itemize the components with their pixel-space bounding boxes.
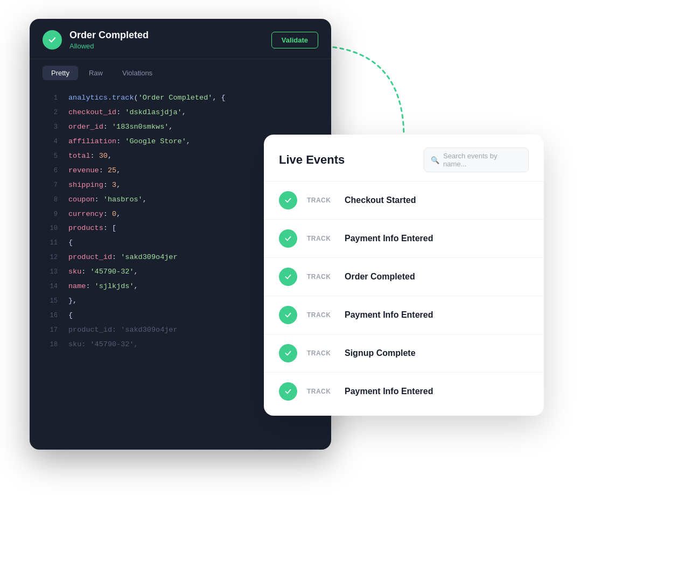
event-name: Payment Info Entered bbox=[345, 387, 433, 396]
event-name: Checkout Started bbox=[345, 195, 416, 205]
live-events-panel: Live Events 🔍 Search events by name... T… bbox=[264, 135, 544, 416]
code-line: 3 order_id: '183sn0smkws', bbox=[30, 120, 331, 135]
event-type: TRACK bbox=[307, 273, 335, 281]
event-type: TRACK bbox=[307, 235, 335, 242]
list-item[interactable]: TRACK Signup Complete bbox=[264, 334, 544, 373]
event-type: TRACK bbox=[307, 311, 335, 319]
search-box[interactable]: 🔍 Search events by name... bbox=[424, 148, 529, 172]
live-events-header: Live Events 🔍 Search events by name... bbox=[264, 135, 544, 181]
list-item[interactable]: TRACK Checkout Started bbox=[264, 181, 544, 220]
event-check-icon bbox=[279, 306, 297, 324]
search-icon: 🔍 bbox=[431, 156, 439, 164]
status-icon bbox=[43, 30, 62, 50]
search-placeholder-text: Search events by name... bbox=[443, 152, 522, 168]
event-check-icon bbox=[279, 191, 297, 209]
code-line: 2 checkout_id: 'dskdlasjdja', bbox=[30, 106, 331, 120]
event-check-icon bbox=[279, 229, 297, 248]
event-check-icon bbox=[279, 382, 297, 401]
event-name: Signup Complete bbox=[345, 348, 416, 358]
list-item[interactable]: TRACK Payment Info Entered bbox=[264, 220, 544, 258]
tab-raw[interactable]: Raw bbox=[80, 66, 111, 80]
code-event-title: Order Completed bbox=[69, 30, 264, 41]
tab-pretty[interactable]: Pretty bbox=[43, 66, 78, 80]
code-event-status: Allowed bbox=[69, 42, 264, 50]
code-header: Order Completed Allowed Validate bbox=[30, 19, 331, 59]
list-item[interactable]: TRACK Payment Info Entered bbox=[264, 373, 544, 410]
code-line: 1analytics.track('Order Completed', { bbox=[30, 91, 331, 106]
tab-violations[interactable]: Violations bbox=[114, 66, 161, 80]
tabs-row: Pretty Raw Violations bbox=[30, 59, 331, 80]
event-check-icon bbox=[279, 344, 297, 362]
event-type: TRACK bbox=[307, 388, 335, 395]
event-check-icon bbox=[279, 268, 297, 286]
event-name: Order Completed bbox=[345, 272, 415, 282]
list-item[interactable]: TRACK Payment Info Entered bbox=[264, 296, 544, 334]
header-info: Order Completed Allowed bbox=[69, 30, 264, 50]
event-type: TRACK bbox=[307, 197, 335, 204]
event-name: Payment Info Entered bbox=[345, 234, 433, 243]
event-type: TRACK bbox=[307, 349, 335, 357]
list-item[interactable]: TRACK Order Completed bbox=[264, 258, 544, 296]
live-events-title: Live Events bbox=[279, 153, 345, 167]
validate-button[interactable]: Validate bbox=[271, 32, 318, 48]
scene: Order Completed Allowed Validate Pretty … bbox=[0, 0, 700, 588]
event-name: Payment Info Entered bbox=[345, 310, 433, 320]
